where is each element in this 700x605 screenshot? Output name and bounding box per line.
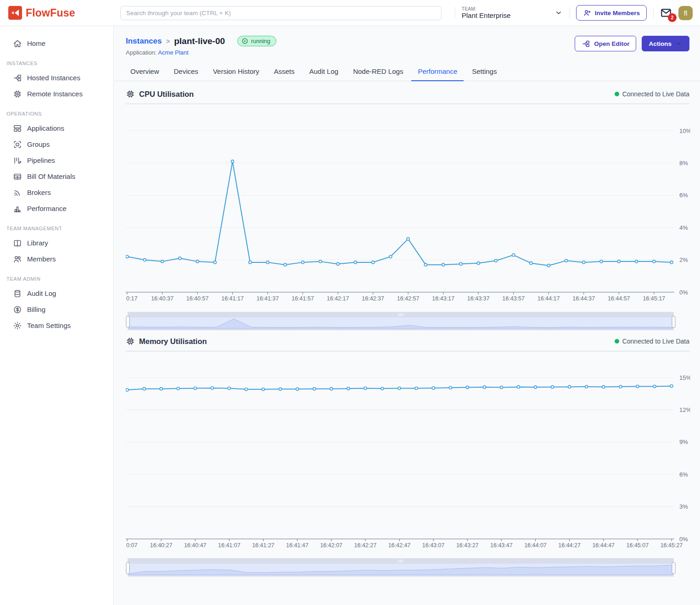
svg-text:16:45:17: 16:45:17 — [643, 295, 665, 302]
tab-devices[interactable]: Devices — [168, 63, 205, 81]
actions-button[interactable]: Actions — [642, 36, 689, 51]
svg-text:16:40:57: 16:40:57 — [186, 295, 209, 302]
tab-audit-log[interactable]: Audit Log — [303, 63, 345, 81]
svg-text:16:40:47: 16:40:47 — [184, 542, 207, 549]
sidebar-item-pipelines[interactable]: Pipelines — [0, 152, 113, 168]
tab-settings[interactable]: Settings — [465, 63, 503, 81]
divider — [455, 7, 455, 19]
notifications-button[interactable]: 2 — [660, 7, 672, 19]
sidebar-item-label: Remote Instances — [27, 90, 83, 98]
audit-log-icon — [13, 289, 22, 298]
actions-label: Actions — [649, 40, 672, 47]
sidebar-item-label: Hosted Instances — [27, 74, 80, 82]
chevron-down-icon — [675, 40, 683, 47]
tab-node-red-logs[interactable]: Node-RED Logs — [347, 63, 409, 81]
svg-text:16:43:27: 16:43:27 — [456, 542, 479, 549]
sidebar-item-bill-of-materials[interactable]: Bill Of Materials — [0, 168, 113, 184]
groups-icon — [13, 140, 22, 149]
svg-text:16:44:27: 16:44:27 — [558, 542, 581, 549]
brush-handle-right[interactable] — [672, 562, 675, 574]
search-wrap — [120, 6, 442, 20]
tab-overview[interactable]: Overview — [124, 63, 166, 81]
breadcrumb-separator: > — [166, 37, 170, 45]
application-link[interactable]: Acme Plant — [158, 49, 188, 56]
avatar[interactable]: fl — [678, 6, 693, 20]
sidebar: HomeINSTANCESHosted InstancesRemote Inst… — [0, 26, 114, 605]
memory-chart-title: Memory Utilisation — [139, 337, 207, 346]
applications-icon — [13, 124, 22, 133]
search-input[interactable] — [120, 6, 442, 20]
brush-handle-left[interactable] — [126, 562, 129, 574]
instance-name: plant-live-00 — [174, 36, 225, 46]
sidebar-item-label: Applications — [27, 124, 64, 132]
breadcrumb-instances-link[interactable]: Instances — [126, 37, 162, 46]
svg-text:15%: 15% — [679, 374, 690, 381]
open-editor-button[interactable]: Open Editor — [575, 36, 636, 51]
sidebar-item-brokers[interactable]: Brokers — [0, 184, 113, 200]
memory-panel: Memory Utilisation Connected to Live Dat… — [126, 337, 689, 577]
memory-live-label: Connected to Live Data — [622, 338, 689, 345]
sidebar-section-label: TEAM ADMIN — [0, 270, 113, 285]
team-label: TEAM: — [462, 6, 511, 12]
cpu-brush-svg[interactable] — [126, 312, 676, 330]
svg-text:16:44:57: 16:44:57 — [608, 295, 630, 302]
members-icon — [13, 255, 22, 264]
svg-text:0%: 0% — [679, 289, 688, 296]
svg-text:16:41:07: 16:41:07 — [218, 542, 241, 549]
invite-members-button[interactable]: Invite Members — [576, 5, 647, 21]
sidebar-item-members[interactable]: Members — [0, 251, 113, 267]
sidebar-section: Home — [0, 35, 113, 51]
svg-text:16:44:47: 16:44:47 — [592, 542, 615, 549]
sidebar-item-hosted-instances[interactable]: Hosted Instances — [0, 70, 113, 86]
svg-text:0:17: 0:17 — [126, 295, 137, 302]
sidebar-item-performance[interactable]: Performance — [0, 200, 113, 216]
sidebar-section-label: TEAM MANAGEMENT — [0, 219, 113, 235]
sidebar-item-remote-instances[interactable]: Remote Instances — [0, 86, 113, 102]
memory-range-brush[interactable] — [126, 558, 689, 577]
sidebar-item-applications[interactable]: Applications — [0, 120, 113, 136]
notifications-count-badge: 2 — [668, 13, 677, 22]
library-icon — [13, 239, 22, 248]
person-plus-icon — [583, 9, 591, 17]
chevron-down-icon — [554, 9, 563, 17]
flowfuse-logo[interactable]: FlowFuse — [0, 6, 114, 20]
sidebar-item-billing[interactable]: Billing — [0, 301, 113, 317]
sidebar-section: OPERATIONSApplicationsGroupsPipelinesBil… — [0, 105, 113, 216]
memory-brush-svg[interactable] — [126, 558, 676, 577]
cpu-chart-title: CPU Utilisation — [139, 90, 194, 99]
svg-text:10%: 10% — [679, 128, 690, 134]
tab-version-history[interactable]: Version History — [207, 63, 266, 81]
cpu-live-label: Connected to Live Data — [622, 90, 689, 98]
svg-text:16:41:17: 16:41:17 — [221, 295, 244, 302]
cpu-panel: CPU Utilisation Connected to Live Data 1… — [126, 89, 689, 330]
svg-text:16:40:37: 16:40:37 — [151, 295, 174, 302]
team-selector[interactable]: TEAM: Plant Enterprise — [462, 6, 563, 20]
svg-text:16:44:07: 16:44:07 — [524, 542, 547, 549]
sidebar-section-label: INSTANCES — [0, 54, 113, 70]
brush-handle-right[interactable] — [672, 316, 675, 327]
memory-live-status: Connected to Live Data — [615, 338, 689, 345]
svg-text:16:40:27: 16:40:27 — [150, 542, 173, 549]
tab-performance[interactable]: Performance — [411, 63, 464, 81]
svg-text:16:41:57: 16:41:57 — [291, 295, 314, 302]
cpu-range-brush[interactable] — [126, 312, 689, 330]
sidebar-item-groups[interactable]: Groups — [0, 136, 113, 152]
svg-text:16:43:37: 16:43:37 — [467, 295, 490, 302]
tab-assets[interactable]: Assets — [268, 63, 301, 81]
brush-handle-left[interactable] — [126, 316, 129, 327]
application-label: Application: — [126, 49, 157, 56]
sidebar-section: TEAM ADMINAudit LogBillingTeam Settings — [0, 270, 113, 333]
svg-text:16:43:57: 16:43:57 — [502, 295, 525, 302]
svg-text:16:43:17: 16:43:17 — [432, 295, 454, 302]
sidebar-item-label: Home — [27, 39, 45, 47]
sidebar-item-home[interactable]: Home — [0, 35, 113, 51]
svg-text:16:43:07: 16:43:07 — [422, 542, 445, 549]
sidebar-section-label: OPERATIONS — [0, 105, 113, 120]
sidebar-item-library[interactable]: Library — [0, 235, 113, 251]
performance-icon — [13, 204, 22, 213]
sidebar-item-team-settings[interactable]: Team Settings — [0, 317, 113, 333]
hosted-instances-icon — [13, 73, 22, 83]
main-content: Instances > plant-live-00 running Applic… — [114, 26, 700, 605]
svg-text:2%: 2% — [679, 256, 688, 263]
sidebar-item-audit-log[interactable]: Audit Log — [0, 285, 113, 301]
